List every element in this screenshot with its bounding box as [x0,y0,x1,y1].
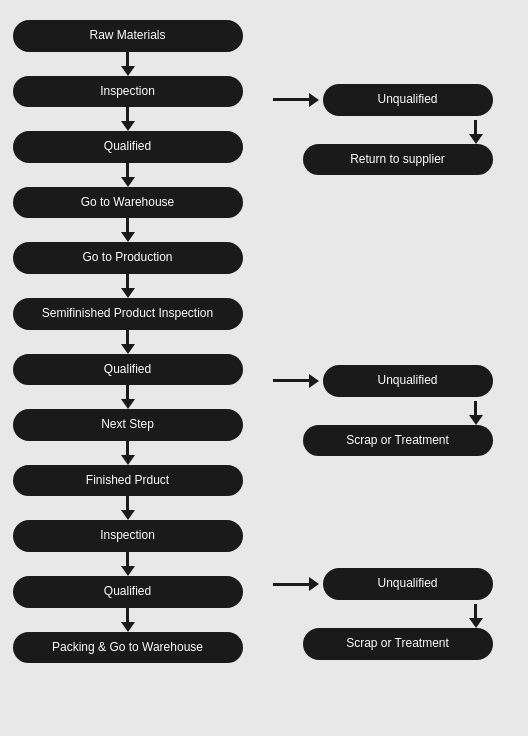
node-go-to-production: Go to Production [13,242,243,274]
arrow-10 [121,552,135,576]
node-qualified1: Qualified [13,131,243,163]
arrow-11 [121,608,135,632]
side-section-3: Unqualified Scrap or Treatment [273,568,493,659]
h-arrow-1 [273,93,319,107]
node-inspection1: Inspection [13,76,243,108]
arrow-5 [121,274,135,298]
flow-diagram: Raw Materials Inspection Qualified Go to… [0,10,528,726]
node-finished-product: Finished Prduct [13,465,243,497]
h-arrow-2 [273,374,319,388]
node-unqualified1: Unqualified [323,84,493,116]
arrow-7 [121,385,135,409]
arrow-2 [121,107,135,131]
arrow-3 [121,163,135,187]
node-scrap-treatment1: Scrap or Treatment [303,425,493,457]
node-next-step: Next Step [13,409,243,441]
node-qualified3: Qualified [13,576,243,608]
node-go-to-warehouse: Go to Warehouse [13,187,243,219]
side-arrow-1 [469,120,483,144]
side-arrow-3 [469,604,483,628]
side-flow: Unqualified Return to supplier [255,10,510,726]
arrow-6 [121,330,135,354]
node-raw-materials: Raw Materials [13,20,243,52]
h-arrow-3 [273,577,319,591]
arrow-4 [121,218,135,242]
node-unqualified2: Unqualified [323,365,493,397]
node-scrap-treatment2: Scrap or Treatment [303,628,493,660]
arrow-8 [121,441,135,465]
node-inspection2: Inspection [13,520,243,552]
arrow-9 [121,496,135,520]
side-section-2: Unqualified Scrap or Treatment [273,365,493,456]
main-flow: Raw Materials Inspection Qualified Go to… [0,10,255,726]
node-packing: Packing & Go to Warehouse [13,632,243,664]
side-arrow-2 [469,401,483,425]
arrow-1 [121,52,135,76]
node-semifinished-inspection: Semifinished Product Inspection [13,298,243,330]
node-unqualified3: Unqualified [323,568,493,600]
node-qualified2: Qualified [13,354,243,386]
side-section-1: Unqualified Return to supplier [273,84,493,175]
node-return-supplier: Return to supplier [303,144,493,176]
